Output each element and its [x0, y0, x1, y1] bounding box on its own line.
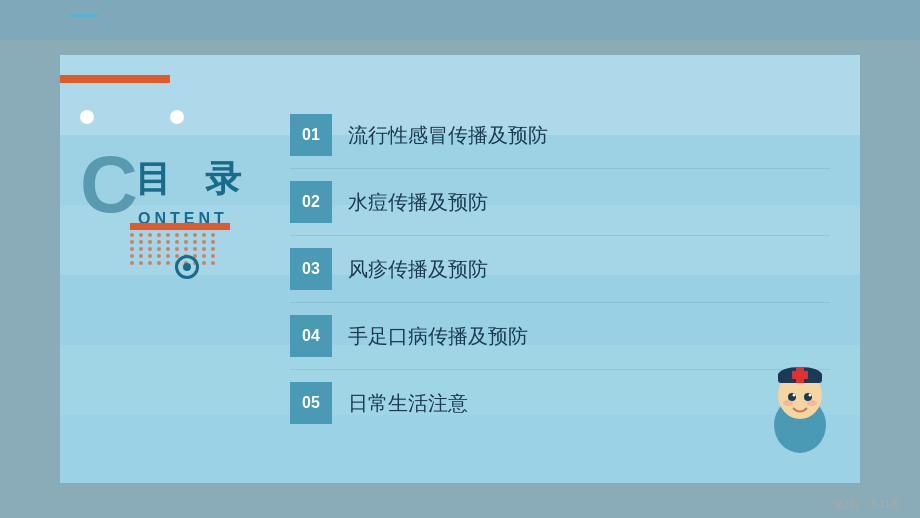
content-title: C 目 录 ONTENT	[80, 145, 280, 265]
dot	[166, 261, 170, 265]
dot	[193, 240, 197, 244]
dot	[148, 254, 152, 258]
dot	[211, 233, 215, 237]
item-number-4: 04	[290, 315, 332, 357]
dot	[157, 233, 161, 237]
left-panel: C 目 录 ONTENT	[80, 145, 280, 265]
dot	[175, 233, 179, 237]
content-chinese: 目 录	[135, 155, 253, 204]
dot	[148, 233, 152, 237]
dot	[157, 240, 161, 244]
dot	[139, 261, 143, 265]
top-bar	[0, 0, 920, 40]
dot	[157, 247, 161, 251]
dot-white-left	[80, 110, 94, 124]
item-number-1: 01	[290, 114, 332, 156]
dot	[211, 254, 215, 258]
dot	[130, 261, 134, 265]
list-item: 02 水痘传播及预防	[290, 169, 830, 236]
dot	[211, 261, 215, 265]
svg-point-8	[793, 394, 796, 397]
top-bar-icon	[70, 14, 98, 17]
dot	[202, 254, 206, 258]
dot	[139, 240, 143, 244]
dot	[184, 247, 188, 251]
content-c-letter: C	[80, 145, 138, 225]
dot	[202, 233, 206, 237]
item-text-2: 水痘传播及预防	[348, 189, 488, 216]
dot	[193, 233, 197, 237]
svg-point-11	[807, 400, 817, 406]
dot	[166, 247, 170, 251]
dot	[157, 254, 161, 258]
item-text-5: 日常生活注意	[348, 390, 468, 417]
outer-background: C 目 录 ONTENT	[0, 0, 920, 518]
dot	[166, 240, 170, 244]
item-number-3: 03	[290, 248, 332, 290]
item-text-4: 手足口病传播及预防	[348, 323, 528, 350]
items-panel: 01 流行性感冒传播及预防 02 水痘传播及预防 03 风疹传播及预防 04 手…	[290, 55, 830, 483]
nurse-character	[760, 353, 840, 453]
dot	[130, 254, 134, 258]
dot	[130, 240, 134, 244]
dot	[202, 240, 206, 244]
dot	[139, 247, 143, 251]
item-text-1: 流行性感冒传播及预防	[348, 122, 548, 149]
dot	[211, 247, 215, 251]
orange-bar	[60, 75, 170, 83]
item-number-2: 02	[290, 181, 332, 223]
page-info: 第2页，共31页。	[833, 498, 910, 512]
dot	[175, 240, 179, 244]
list-item: 03 风疹传播及预防	[290, 236, 830, 303]
target-inner	[183, 263, 191, 271]
orange-underline	[130, 223, 230, 230]
dot-white-right	[170, 110, 184, 124]
list-item: 05 日常生活注意	[290, 370, 830, 436]
dot	[166, 233, 170, 237]
slide: C 目 录 ONTENT	[60, 55, 860, 483]
dot	[157, 261, 161, 265]
svg-point-10	[783, 400, 793, 406]
dot	[148, 240, 152, 244]
dot	[148, 247, 152, 251]
svg-point-9	[809, 394, 812, 397]
dot	[130, 233, 134, 237]
list-item: 04 手足口病传播及预防	[290, 303, 830, 370]
dot	[184, 233, 188, 237]
dot	[211, 240, 215, 244]
dot	[193, 247, 197, 251]
dot	[130, 247, 134, 251]
item-text-3: 风疹传播及预防	[348, 256, 488, 283]
dot	[139, 254, 143, 258]
dot	[175, 247, 179, 251]
dot	[148, 261, 152, 265]
dot	[184, 240, 188, 244]
target-circle	[175, 255, 199, 279]
dot	[202, 261, 206, 265]
list-item: 01 流行性感冒传播及预防	[290, 102, 830, 169]
dot	[202, 247, 206, 251]
svg-rect-5	[792, 371, 808, 379]
dot	[166, 254, 170, 258]
item-number-5: 05	[290, 382, 332, 424]
dot	[139, 233, 143, 237]
